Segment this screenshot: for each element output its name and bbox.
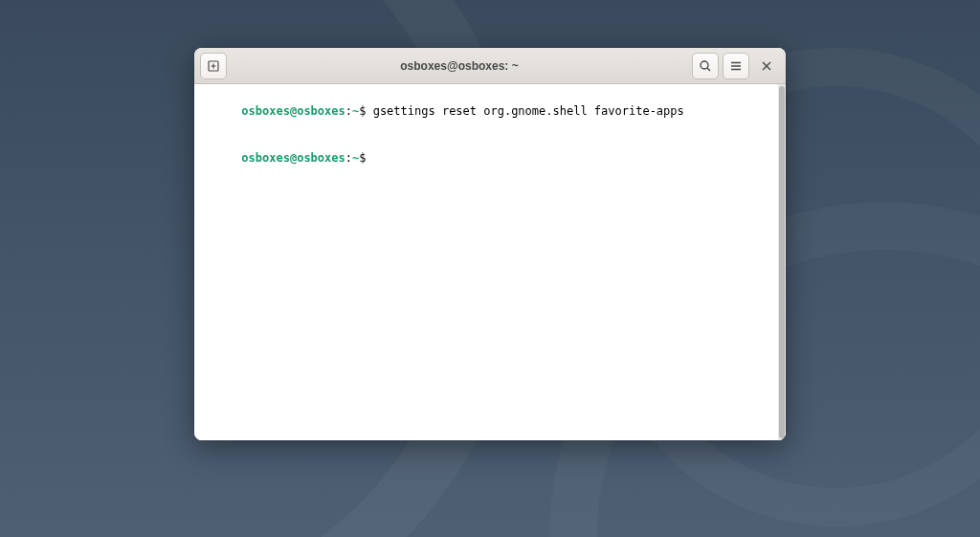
terminal-line: osboxes@osboxes:~$ gsettings reset org.g… [200, 88, 780, 135]
close-icon [761, 60, 772, 72]
search-button[interactable] [692, 53, 719, 79]
prompt-user: osboxes@osboxes [241, 151, 345, 165]
search-icon [699, 59, 712, 73]
scrollbar-thumb[interactable] [779, 86, 785, 438]
terminal-line: osboxes@osboxes:~$ [200, 135, 780, 182]
svg-line-4 [707, 68, 710, 71]
window-titlebar[interactable]: osboxes@osboxes: ~ [194, 48, 786, 84]
menu-button[interactable] [723, 53, 749, 79]
new-tab-button[interactable] [200, 53, 227, 79]
scrollbar[interactable] [778, 84, 786, 440]
close-button[interactable] [753, 53, 780, 79]
new-tab-icon [207, 59, 220, 73]
window-title: osboxes@osboxes: ~ [233, 59, 686, 73]
terminal-window: osboxes@osboxes: ~ [194, 48, 786, 440]
command-text: gsettings reset org.gnome.shell favorite… [373, 104, 684, 118]
titlebar-controls [692, 53, 780, 79]
prompt-sep: : [345, 104, 352, 118]
prompt-sep: : [345, 151, 352, 165]
prompt-user: osboxes@osboxes [241, 104, 345, 118]
prompt-dollar: $ [359, 104, 372, 118]
terminal-content[interactable]: osboxes@osboxes:~$ gsettings reset org.g… [194, 84, 786, 440]
svg-point-3 [701, 61, 708, 69]
hamburger-icon [729, 59, 743, 73]
prompt-dollar: $ [359, 151, 372, 165]
